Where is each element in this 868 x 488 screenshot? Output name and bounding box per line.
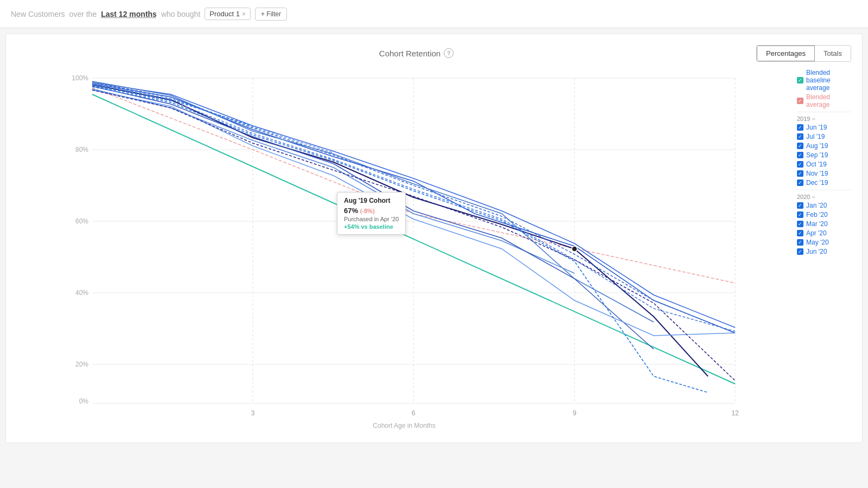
chart-title: Cohort Retention ? <box>379 48 454 58</box>
legend-blended-average-checkbox[interactable] <box>797 98 803 104</box>
product-pill-label: Product 1 <box>209 10 240 18</box>
add-filter-button[interactable]: + Filter <box>255 8 287 21</box>
legend-jan-20[interactable]: Jan '20 <box>797 202 851 209</box>
legend-mar-20[interactable]: Mar '20 <box>797 220 851 228</box>
legend-jul-19-label: Jul '19 <box>806 133 825 140</box>
legend-dec-19[interactable]: Dec '19 <box>797 179 851 187</box>
percentages-button[interactable]: Percentages <box>756 45 815 62</box>
chart-title-text: Cohort Retention <box>379 49 441 58</box>
over-the-label: over the <box>69 10 97 18</box>
totals-button[interactable]: Totals <box>815 46 851 61</box>
legend-nov-19[interactable]: Nov '19 <box>797 170 851 177</box>
who-bought-label: who bought <box>161 10 200 18</box>
legend-may-20-label: May '20 <box>806 239 829 246</box>
legend-blended-label: Blended average <box>806 93 851 108</box>
top-bar: New Customers over the Last 12 months wh… <box>0 0 868 28</box>
legend-feb-20-checkbox[interactable] <box>797 211 803 218</box>
legend-feb-20[interactable]: Feb '20 <box>797 211 851 219</box>
legend-2019-header: 2019 − <box>797 115 851 122</box>
main-content: Cohort Retention ? Percentages Totals 10… <box>5 34 863 443</box>
product-filter-pill[interactable]: Product 1 × <box>205 8 251 20</box>
legend-separator-2 <box>797 190 851 190</box>
legend-jun-19-label: Jun '19 <box>806 124 827 131</box>
legend-apr-20-label: Apr '20 <box>806 229 827 237</box>
chart-title-area: Cohort Retention ? <box>76 48 756 59</box>
legend-apr-20[interactable]: Apr '20 <box>797 229 851 237</box>
tooltip-dot <box>572 246 577 252</box>
legend-oct-19[interactable]: Oct '19 <box>797 160 851 168</box>
legend-dec-19-label: Dec '19 <box>806 179 828 187</box>
legend-jun-20-label: Jun '20 <box>806 248 827 255</box>
legend-jan-20-checkbox[interactable] <box>797 202 803 209</box>
legend-nov-19-checkbox[interactable] <box>797 170 803 177</box>
svg-text:0%: 0% <box>79 397 89 405</box>
period-value[interactable]: Last 12 months <box>101 10 157 18</box>
legend-mar-20-label: Mar '20 <box>806 220 828 228</box>
svg-text:60%: 60% <box>75 217 88 225</box>
svg-text:12: 12 <box>731 409 739 417</box>
legend-apr-20-checkbox[interactable] <box>797 230 803 236</box>
legend-sep-19[interactable]: Sep '19 <box>797 151 851 159</box>
legend-aug-19[interactable]: Aug '19 <box>797 142 851 150</box>
legend-feb-20-label: Feb '20 <box>806 211 828 219</box>
help-icon[interactable]: ? <box>444 48 454 58</box>
toggle-buttons: Percentages Totals <box>756 45 851 62</box>
legend-may-20[interactable]: May '20 <box>797 239 851 246</box>
legend-jun-19[interactable]: Jun '19 <box>797 124 851 131</box>
chart-area: 100% 80% 60% 40% 20% 0% <box>17 67 851 432</box>
legend-jul-19-checkbox[interactable] <box>797 133 803 140</box>
svg-text:3: 3 <box>251 409 255 417</box>
legend-sep-19-checkbox[interactable] <box>797 152 803 158</box>
legend-sep-19-label: Sep '19 <box>806 151 828 159</box>
legend-blended-baseline[interactable]: Blended baseline average <box>797 69 851 92</box>
legend-blended-baseline-checkbox[interactable] <box>797 77 803 84</box>
chart-svg: 100% 80% 60% 40% 20% 0% <box>17 67 792 425</box>
svg-text:20%: 20% <box>75 361 88 368</box>
legend-may-20-checkbox[interactable] <box>797 239 803 246</box>
legend-oct-19-label: Oct '19 <box>806 160 827 168</box>
legend-separator-1 <box>797 112 851 112</box>
legend-jul-19[interactable]: Jul '19 <box>797 133 851 140</box>
svg-text:6: 6 <box>412 409 416 417</box>
legend-mar-20-checkbox[interactable] <box>797 221 803 227</box>
chart-legend: Blended baseline average Blended average… <box>792 67 851 432</box>
legend-jun-20[interactable]: Jun '20 <box>797 248 851 255</box>
legend-jun-20-checkbox[interactable] <box>797 248 803 255</box>
legend-dec-19-checkbox[interactable] <box>797 179 803 186</box>
legend-oct-19-checkbox[interactable] <box>797 161 803 168</box>
legend-2020-header: 2020 − <box>797 194 851 200</box>
svg-text:100%: 100% <box>72 74 88 82</box>
legend-jun-19-checkbox[interactable] <box>797 124 803 131</box>
legend-blended-baseline-label: Blended baseline average <box>806 69 851 92</box>
product-pill-close[interactable]: × <box>242 10 246 18</box>
legend-jan-20-label: Jan '20 <box>806 202 827 209</box>
chart-header: Cohort Retention ? Percentages Totals <box>17 45 851 62</box>
legend-blended-average[interactable]: Blended average <box>797 93 851 108</box>
svg-text:80%: 80% <box>75 146 88 153</box>
svg-text:40%: 40% <box>75 289 88 297</box>
new-customers-label: New Customers <box>11 10 65 18</box>
chart-canvas-area: 100% 80% 60% 40% 20% 0% <box>17 67 792 432</box>
legend-nov-19-label: Nov '19 <box>806 170 828 177</box>
legend-aug-19-label: Aug '19 <box>806 142 828 150</box>
svg-text:9: 9 <box>573 409 577 417</box>
legend-aug-19-checkbox[interactable] <box>797 143 803 149</box>
